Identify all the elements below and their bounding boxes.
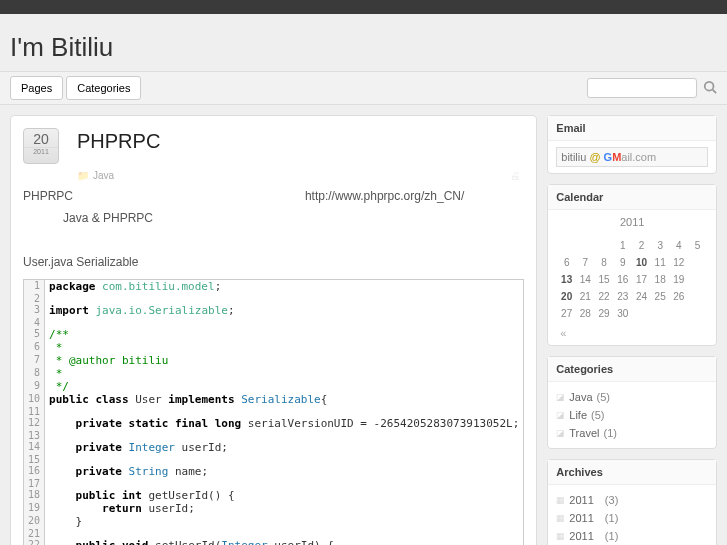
- sidebar: Email bitiliu @ GMail.com Calendar 2011 …: [547, 115, 717, 545]
- code-line-number: 20: [24, 515, 45, 528]
- archive-link[interactable]: 2011: [569, 530, 593, 542]
- archive-item[interactable]: ▦2011 (1): [556, 527, 708, 545]
- calendar-day[interactable]: 13: [558, 272, 575, 287]
- print-icon[interactable]: 🖨: [510, 170, 520, 181]
- search-input[interactable]: [587, 78, 697, 98]
- archive-link[interactable]: 2011: [569, 494, 593, 506]
- calendar-day: [652, 306, 669, 321]
- calendar-day[interactable]: 28: [577, 306, 594, 321]
- code-line: [45, 430, 524, 441]
- category-link[interactable]: Travel: [569, 427, 599, 439]
- category-count: (1): [603, 427, 616, 439]
- archive-item[interactable]: ▦2011 (1): [556, 509, 708, 527]
- archive-link[interactable]: 2011: [569, 512, 593, 524]
- category-link[interactable]: Life: [569, 409, 587, 421]
- calendar-day[interactable]: 22: [596, 289, 613, 304]
- category-count: (5): [591, 409, 604, 421]
- category-item[interactable]: ◪Life (5): [556, 406, 708, 424]
- search-icon[interactable]: [703, 80, 717, 97]
- calendar-day[interactable]: 7: [577, 255, 594, 270]
- category-item[interactable]: ◪Travel (1): [556, 424, 708, 442]
- post-date-day: 20: [24, 129, 58, 147]
- archive-item[interactable]: ▦2011 (3): [556, 491, 708, 509]
- calendar-widget: Calendar 2011 12345678910111213141516171…: [547, 184, 717, 346]
- code-line: return userId;: [45, 502, 524, 515]
- code-line: */: [45, 380, 524, 393]
- calendar-day[interactable]: 2: [633, 238, 650, 253]
- body-phprpc-url[interactable]: http://www.phprpc.org/zh_CN/: [305, 189, 464, 203]
- calendar-day[interactable]: 21: [577, 289, 594, 304]
- calendar-icon: ▦: [556, 531, 565, 541]
- email-address[interactable]: bitiliu @ GMail.com: [556, 147, 708, 167]
- nav-bar: Pages Categories: [0, 71, 727, 105]
- post-category-meta[interactable]: Java: [93, 170, 114, 181]
- body-line-java-phprpc: Java & PHPRPC: [63, 211, 524, 225]
- code-line-number: 12: [24, 417, 45, 430]
- calendar-day[interactable]: 5: [689, 238, 706, 253]
- calendar-day[interactable]: 19: [671, 272, 688, 287]
- code-line: *: [45, 367, 524, 380]
- calendar-prev[interactable]: «: [556, 323, 708, 339]
- calendar-day[interactable]: 24: [633, 289, 650, 304]
- code-line-number: 19: [24, 502, 45, 515]
- categories-nav-button[interactable]: Categories: [66, 76, 141, 100]
- archive-count: (3): [605, 494, 618, 506]
- pages-nav-button[interactable]: Pages: [10, 76, 63, 100]
- code-block: 1package com.bitiliu.model;23import java…: [23, 279, 524, 545]
- calendar-day[interactable]: 6: [558, 255, 575, 270]
- code-line: [45, 293, 524, 304]
- category-icon: ◪: [556, 410, 565, 420]
- archives-widget: Archives ▦2011 (3)▦2011 (1)▦2011 (1)▦201…: [547, 459, 717, 545]
- calendar-day[interactable]: 12: [671, 255, 688, 270]
- categories-widget: Categories ◪Java (5)◪Life (5)◪Travel (1): [547, 356, 717, 449]
- calendar-day[interactable]: 27: [558, 306, 575, 321]
- calendar-day[interactable]: 10: [633, 255, 650, 270]
- code-line: private String name;: [45, 465, 524, 478]
- code-line-number: 5: [24, 328, 45, 341]
- code-line-number: 13: [24, 430, 45, 441]
- calendar-day[interactable]: 20: [558, 289, 575, 304]
- calendar-day[interactable]: 8: [596, 255, 613, 270]
- code-line-number: 17: [24, 478, 45, 489]
- calendar-day[interactable]: 26: [671, 289, 688, 304]
- code-line: public class User implements Serializabl…: [45, 393, 524, 406]
- body-line-userjava: User.java Serializable: [23, 255, 524, 269]
- calendar-day[interactable]: 25: [652, 289, 669, 304]
- post-content: 20 2011 PHPRPC 📁 Java 🖨 PHPRPC http://ww…: [10, 115, 537, 545]
- calendar-day[interactable]: 15: [596, 272, 613, 287]
- post-title[interactable]: PHPRPC: [77, 130, 160, 164]
- calendar-day[interactable]: 23: [614, 289, 631, 304]
- code-line-number: 21: [24, 528, 45, 539]
- calendar-grid: 1234567891011121314151617181920212223242…: [556, 236, 708, 323]
- category-icon: ◪: [556, 392, 565, 402]
- email-widget: Email bitiliu @ GMail.com: [547, 115, 717, 174]
- site-header: I'm Bitiliu: [0, 14, 727, 71]
- body-phprpc-label: PHPRPC: [23, 189, 73, 203]
- calendar-day[interactable]: 29: [596, 306, 613, 321]
- post-date-badge: 20 2011: [23, 128, 59, 164]
- calendar-day[interactable]: 1: [614, 238, 631, 253]
- code-line-number: 10: [24, 393, 45, 406]
- calendar-day: [596, 238, 613, 253]
- calendar-day[interactable]: 17: [633, 272, 650, 287]
- code-line-number: 2: [24, 293, 45, 304]
- calendar-day[interactable]: 30: [614, 306, 631, 321]
- calendar-day[interactable]: 18: [652, 272, 669, 287]
- calendar-day[interactable]: 9: [614, 255, 631, 270]
- gmail-logo: GMail.com: [604, 151, 657, 163]
- code-line: /**: [45, 328, 524, 341]
- calendar-day[interactable]: 11: [652, 255, 669, 270]
- category-link[interactable]: Java: [569, 391, 592, 403]
- calendar-day[interactable]: 4: [671, 238, 688, 253]
- archive-count: (1): [605, 530, 618, 542]
- calendar-day[interactable]: 16: [614, 272, 631, 287]
- code-line-number: 1: [24, 280, 45, 293]
- category-item[interactable]: ◪Java (5): [556, 388, 708, 406]
- calendar-title: 2011: [556, 216, 708, 228]
- site-title[interactable]: I'm Bitiliu: [10, 32, 717, 63]
- calendar-icon: ▦: [556, 513, 565, 523]
- calendar-day[interactable]: 14: [577, 272, 594, 287]
- calendar-day[interactable]: 3: [652, 238, 669, 253]
- calendar-day: [558, 238, 575, 253]
- code-line: private static final long serialVersionU…: [45, 417, 524, 430]
